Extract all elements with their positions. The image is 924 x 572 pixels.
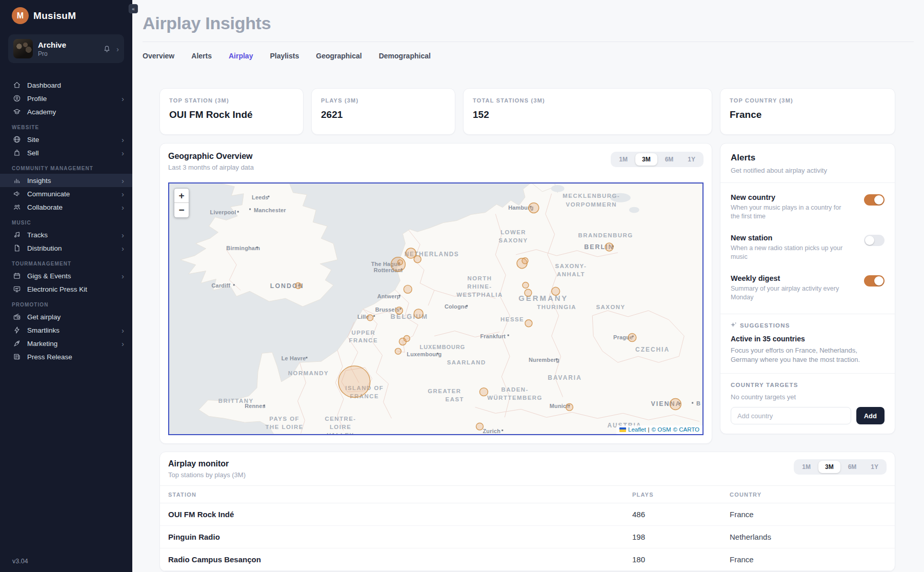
country-targets-section: COUNTRY TARGETS No country targets yet A…	[720, 374, 895, 434]
map-marker[interactable]	[525, 320, 532, 327]
osm-link[interactable]: © OSM	[652, 426, 671, 433]
map-marker[interactable]	[414, 256, 421, 263]
sidebar-item-get-airplay[interactable]: Get airplay	[0, 310, 132, 323]
sidebar-item-distribution[interactable]: Distribution	[0, 241, 132, 255]
carto-link[interactable]: © CARTO	[673, 426, 699, 433]
table-row[interactable]: Radio Campus Besançon180France	[160, 548, 895, 571]
toggle-weekly-digest[interactable]	[864, 275, 885, 287]
map-city-label: Manchester	[254, 207, 286, 213]
map-marker[interactable]	[397, 260, 403, 265]
toggle-new-country[interactable]	[864, 194, 885, 206]
map-attribution: Leaflet | © OSM © CARTO	[616, 425, 702, 434]
tab-bar: OverviewAlertsAirplayPlaylistsGeographic…	[143, 48, 914, 64]
map-marker[interactable]	[525, 289, 532, 296]
tab-playlists[interactable]: Playlists	[270, 48, 299, 64]
sidebar-item-academy[interactable]: Academy	[0, 105, 132, 118]
map-marker[interactable]	[395, 348, 401, 354]
sidebar-item-site[interactable]: Site	[0, 133, 132, 146]
map-marker[interactable]	[628, 334, 636, 342]
toggle-knob	[874, 276, 883, 285]
geo-range-3m[interactable]: 3M	[635, 153, 657, 166]
add-country-input[interactable]	[731, 407, 851, 424]
monitor-range-6m[interactable]: 6M	[841, 461, 863, 473]
sidebar-item-marketing[interactable]: Marketing	[0, 337, 132, 350]
geo-range-6m[interactable]: 6M	[658, 153, 680, 166]
map-marker[interactable]	[476, 423, 484, 430]
geo-range-1y[interactable]: 1Y	[681, 153, 702, 166]
bell-icon[interactable]	[103, 45, 111, 53]
map-marker[interactable]	[522, 258, 528, 264]
map-marker[interactable]	[552, 287, 560, 295]
monitor-title: Airplay monitor	[168, 459, 246, 468]
sidebar-item-communicate[interactable]: Communicate	[0, 187, 132, 200]
toggle-new-station[interactable]	[864, 235, 885, 246]
map-region-label: HESSE	[500, 316, 524, 322]
tab-demographical[interactable]: Demographical	[379, 48, 431, 64]
monitor-range-1m[interactable]: 1M	[795, 461, 817, 473]
sidebar-item-collaborate[interactable]: Collaborate	[0, 200, 132, 214]
sidebar-item-profile[interactable]: Profile	[0, 92, 132, 105]
map-city-label: Frankfurt	[480, 333, 506, 339]
monitor-range-1y[interactable]: 1Y	[864, 461, 885, 473]
sidebar-collapse-button[interactable]: «	[129, 4, 138, 13]
monitor-range-3m[interactable]: 3M	[818, 461, 840, 473]
map-marker[interactable]	[670, 399, 681, 410]
tab-alerts[interactable]: Alerts	[191, 48, 212, 64]
geo-range-1m[interactable]: 1M	[612, 153, 634, 166]
map-region-label: EAST	[446, 396, 464, 402]
sidebar-item-smartlinks[interactable]: Smartlinks	[0, 323, 132, 337]
stat-card-top-station-3m: TOP STATION (3M)OUI FM Rock Indé	[159, 88, 304, 135]
map-city-dot	[466, 305, 468, 307]
tab-geographical[interactable]: Geographical	[316, 48, 361, 64]
sidebar-section-label: PROMOTION	[0, 296, 132, 310]
header-divider	[143, 42, 914, 42]
map-marker[interactable]	[295, 282, 302, 289]
artist-card[interactable]: Archive Pro	[8, 34, 124, 63]
map-marker[interactable]	[367, 315, 373, 321]
sidebar-item-sell[interactable]: Sell	[0, 146, 132, 159]
map-city-label: Le Havre	[282, 355, 306, 361]
map-marker[interactable]	[406, 248, 416, 258]
map-marker[interactable]	[414, 309, 423, 318]
press-icon	[13, 353, 21, 361]
bolt-icon	[13, 326, 21, 334]
map-city-label: Cardiff	[212, 282, 231, 289]
map-city-dot	[556, 358, 557, 360]
stat-card-plays-3m: PLAYS (3M)2621	[311, 88, 455, 135]
sidebar-item-tracks[interactable]: Tracks	[0, 228, 132, 241]
sidebar-item-gigs-events[interactable]: Gigs & Events	[0, 269, 132, 282]
map-marker[interactable]	[529, 203, 539, 213]
map-marker[interactable]	[480, 388, 488, 396]
map-region-label: LOWER	[500, 229, 526, 235]
table-row[interactable]: OUI FM Rock Indé486France	[160, 503, 895, 526]
map-marker[interactable]	[566, 403, 573, 411]
airplay-map[interactable]: NETHERLANDSBELGIUMLUXEMBOURGUPPERFRANCEN…	[168, 182, 704, 435]
cell-country: Netherlands	[730, 533, 887, 541]
zoom-in-button[interactable]: +	[174, 189, 189, 203]
geo-card-title: Geographic Overview	[168, 152, 254, 161]
add-country-button[interactable]: Add	[856, 407, 885, 424]
sidebar-item-label: Gigs & Events	[27, 272, 71, 280]
map-marker[interactable]	[605, 243, 613, 251]
sidebar-item-dashboard[interactable]: Dashboard	[0, 78, 132, 92]
sidebar-item-electronic-press-kit[interactable]: Electronic Press Kit	[0, 282, 132, 296]
brand-logo[interactable]: M MusisuM	[0, 0, 132, 28]
map-marker[interactable]	[404, 336, 410, 342]
map-marker[interactable]	[338, 366, 370, 397]
map-city-dot	[268, 196, 269, 197]
tab-overview[interactable]: Overview	[143, 48, 174, 64]
sidebar-item-insights[interactable]: Insights	[0, 174, 132, 187]
map-canvas: NETHERLANDSBELGIUMLUXEMBOURGUPPERFRANCEN…	[169, 183, 702, 434]
map-marker[interactable]	[523, 282, 529, 288]
table-row[interactable]: Pinguin Radio198Netherlands	[160, 526, 895, 548]
sidebar-item-label: Marketing	[27, 340, 57, 348]
map-marker[interactable]	[395, 307, 403, 314]
sidebar-nav: DashboardProfileAcademyWEBSITESiteSellCO…	[0, 78, 132, 363]
zoom-out-button[interactable]: −	[174, 203, 189, 217]
map-region-label: SAXONY	[499, 237, 528, 243]
sidebar-item-press-release[interactable]: Press Release	[0, 350, 132, 363]
leaflet-link[interactable]: Leaflet	[628, 426, 646, 433]
tab-airplay[interactable]: Airplay	[229, 48, 253, 64]
map-marker[interactable]	[404, 285, 412, 293]
brand-logo-icon: M	[12, 7, 29, 24]
